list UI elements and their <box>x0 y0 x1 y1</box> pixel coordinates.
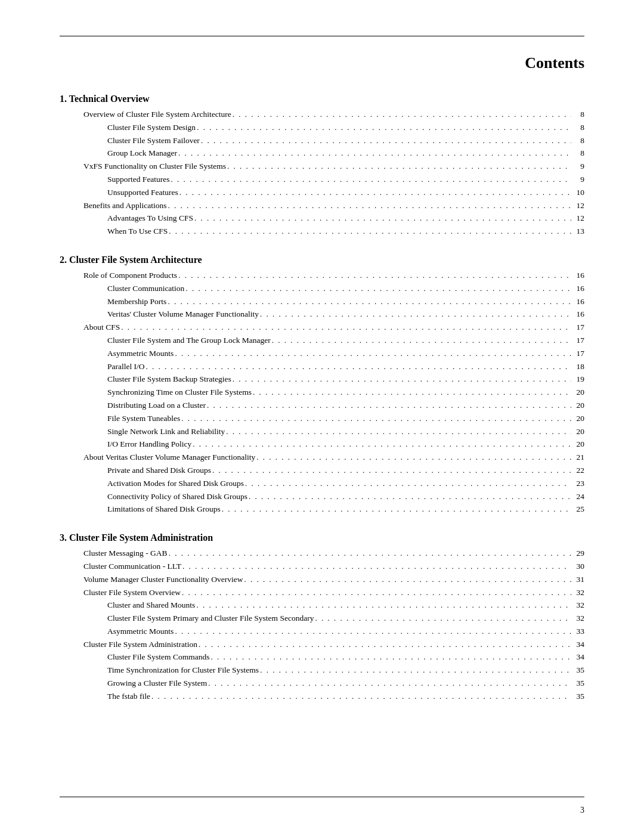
toc-entry: Cluster File System Design . . . . . . .… <box>60 121 584 134</box>
toc-entry: Activation Modes for Shared Disk Groups … <box>60 477 584 490</box>
toc-dots: . . . . . . . . . . . . . . . . . . . . … <box>174 348 571 360</box>
toc-page-number: 20 <box>571 412 584 425</box>
toc-dots: . . . . . . . . . . . . . . . . . . . . … <box>209 651 571 664</box>
toc-entry-text: Overview of Cluster File System Architec… <box>83 108 231 121</box>
toc-dots: . . . . . . . . . . . . . . . . . . . . … <box>184 283 571 295</box>
toc-entry-text: I/O Error Handling Policy <box>107 438 191 451</box>
toc-dots: . . . . . . . . . . . . . . . . . . . . … <box>200 135 571 147</box>
toc-dots: . . . . . . . . . . . . . . . . . . . . … <box>231 109 571 121</box>
toc-entry: I/O Error Handling Policy . . . . . . . … <box>60 438 584 451</box>
toc-entry: Cluster File System Administration . . .… <box>60 638 584 651</box>
toc-entry-text: The fstab file <box>107 690 150 703</box>
toc-entry: Limitations of Shared Disk Groups . . . … <box>60 503 584 516</box>
toc-entry-text: Distributing Load on a Cluster <box>107 399 206 412</box>
section-section2: 2. Cluster File System ArchitectureRole … <box>60 255 584 516</box>
toc-entry: Growing a Cluster File System . . . . . … <box>60 677 584 690</box>
toc-entry: Synchronizing Time on Cluster File Syste… <box>60 386 584 399</box>
toc-entry: Unsupported Features . . . . . . . . . .… <box>60 186 584 199</box>
toc-entry: Asymmetric Mounts . . . . . . . . . . . … <box>60 347 584 360</box>
toc-entry-text: Veritas' Cluster Volume Manager Function… <box>107 308 259 321</box>
toc-entry-text: Cluster Communication - LLT <box>83 560 181 573</box>
toc-entry-text: When To Use CFS <box>107 225 168 238</box>
toc-dots: . . . . . . . . . . . . . . . . . . . . … <box>226 160 571 173</box>
toc-entry-text: Cluster File System Backup Strategies <box>107 373 231 386</box>
toc-dots: . . . . . . . . . . . . . . . . . . . . … <box>193 212 571 225</box>
toc-entry: Veritas' Cluster Volume Manager Function… <box>60 308 584 321</box>
page-number: 3 <box>580 806 584 815</box>
toc-page-number: 18 <box>571 360 584 373</box>
toc-entry: When To Use CFS . . . . . . . . . . . . … <box>60 225 584 238</box>
toc-page-number: 17 <box>571 321 584 334</box>
toc-page-number: 17 <box>571 334 584 347</box>
section-section3: 3. Cluster File System AdministrationClu… <box>60 532 584 703</box>
toc-page-number: 31 <box>571 573 584 586</box>
toc-page-number: 34 <box>571 638 584 651</box>
toc-page-number: 29 <box>571 547 584 560</box>
toc-entry-text: Asymmetric Mounts <box>107 347 174 360</box>
toc-entry-text: Cluster File System Overview <box>83 586 181 599</box>
toc-dots: . . . . . . . . . . . . . . . . . . . . … <box>174 625 571 638</box>
toc-dots: . . . . . . . . . . . . . . . . . . . . … <box>181 587 571 599</box>
toc-entry: Role of Component Products . . . . . . .… <box>60 269 584 282</box>
toc-dots: . . . . . . . . . . . . . . . . . . . . … <box>314 612 571 625</box>
toc-dots: . . . . . . . . . . . . . . . . . . . . … <box>191 438 571 451</box>
toc-dots: . . . . . . . . . . . . . . . . . . . . … <box>166 200 571 212</box>
toc-dots: . . . . . . . . . . . . . . . . . . . . … <box>180 413 571 425</box>
toc-page-number: 19 <box>571 373 584 386</box>
toc-dots: . . . . . . . . . . . . . . . . . . . . … <box>247 491 571 503</box>
toc-dots: . . . . . . . . . . . . . . . . . . . . … <box>225 426 571 438</box>
toc-entry: Parallel I/O . . . . . . . . . . . . . .… <box>60 360 584 373</box>
toc-page-number: 12 <box>571 212 584 225</box>
toc-dots: . . . . . . . . . . . . . . . . . . . . … <box>170 174 571 186</box>
toc-page-number: 34 <box>571 651 584 664</box>
toc-dots: . . . . . . . . . . . . . . . . . . . . … <box>196 122 571 134</box>
toc-entry: Cluster File System Failover . . . . . .… <box>60 134 584 147</box>
toc-entry: Cluster File System Backup Strategies . … <box>60 373 584 386</box>
toc-entry-text: Activation Modes for Shared Disk Groups <box>107 477 244 490</box>
toc-page-number: 23 <box>571 477 584 490</box>
toc-entry-text: Growing a Cluster File System <box>107 677 207 690</box>
toc-entry-text: Group Lock Manager <box>107 147 177 160</box>
toc-page-number: 20 <box>571 425 584 438</box>
toc-entry: Benefits and Applications . . . . . . . … <box>60 199 584 212</box>
toc-entry: Private and Shared Disk Groups . . . . .… <box>60 464 584 477</box>
toc-entry: Cluster File System Primary and Cluster … <box>60 612 584 625</box>
toc-page-number: 16 <box>571 282 584 295</box>
toc-entry-text: Cluster File System Commands <box>107 651 209 664</box>
toc-entry: Connectivity Policy of Shared Disk Group… <box>60 490 584 503</box>
toc-dots: . . . . . . . . . . . . . . . . . . . . … <box>252 386 571 399</box>
toc-dots: . . . . . . . . . . . . . . . . . . . . … <box>231 373 571 386</box>
toc-dots: . . . . . . . . . . . . . . . . . . . . … <box>166 296 571 308</box>
page-title: Contents <box>60 54 584 72</box>
toc-entry: File System Tuneables . . . . . . . . . … <box>60 412 584 425</box>
toc-entry-text: Advantages To Using CFS <box>107 212 193 225</box>
toc-page-number: 35 <box>571 677 584 690</box>
toc-entry: Advantages To Using CFS . . . . . . . . … <box>60 212 584 225</box>
toc-entry-text: Cluster Communication <box>107 282 184 295</box>
toc-entry-text: Role of Component Products <box>83 269 177 282</box>
toc-entry-text: Limitations of Shared Disk Groups <box>107 503 221 516</box>
toc-entry-text: Unsupported Features <box>107 186 178 199</box>
toc-page-number: 35 <box>571 664 584 677</box>
toc-entry-text: Single Network Link and Reliability <box>107 425 225 438</box>
section-heading: 1. Technical Overview <box>60 94 584 104</box>
toc-entry: Asymmetric Mounts . . . . . . . . . . . … <box>60 625 584 638</box>
toc-page-number: 10 <box>571 186 584 199</box>
toc-page-number: 22 <box>571 464 584 477</box>
toc-entry: Cluster Communication - LLT . . . . . . … <box>60 560 584 573</box>
toc-page-number: 12 <box>571 199 584 212</box>
toc-entry: Single Network Link and Reliability . . … <box>60 425 584 438</box>
toc-entry: About CFS . . . . . . . . . . . . . . . … <box>60 321 584 334</box>
section-heading: 2. Cluster File System Architecture <box>60 255 584 265</box>
toc-dots: . . . . . . . . . . . . . . . . . . . . … <box>145 361 571 373</box>
section-section1: 1. Technical OverviewOverview of Cluster… <box>60 94 584 238</box>
toc-dots: . . . . . . . . . . . . . . . . . . . . … <box>168 225 571 238</box>
toc-entry-text: About Veritas Cluster Volume Manager Fun… <box>83 451 255 464</box>
toc-entry-text: Cluster File System Failover <box>107 134 200 147</box>
toc-entry: Supported Features . . . . . . . . . . .… <box>60 173 584 186</box>
toc-dots: . . . . . . . . . . . . . . . . . . . . … <box>168 547 571 560</box>
section-heading: 3. Cluster File System Administration <box>60 532 584 543</box>
toc-entry-text: About CFS <box>83 321 120 334</box>
toc-entry: Cluster Communication . . . . . . . . . … <box>60 282 584 295</box>
toc-entry: The fstab file . . . . . . . . . . . . .… <box>60 690 584 703</box>
